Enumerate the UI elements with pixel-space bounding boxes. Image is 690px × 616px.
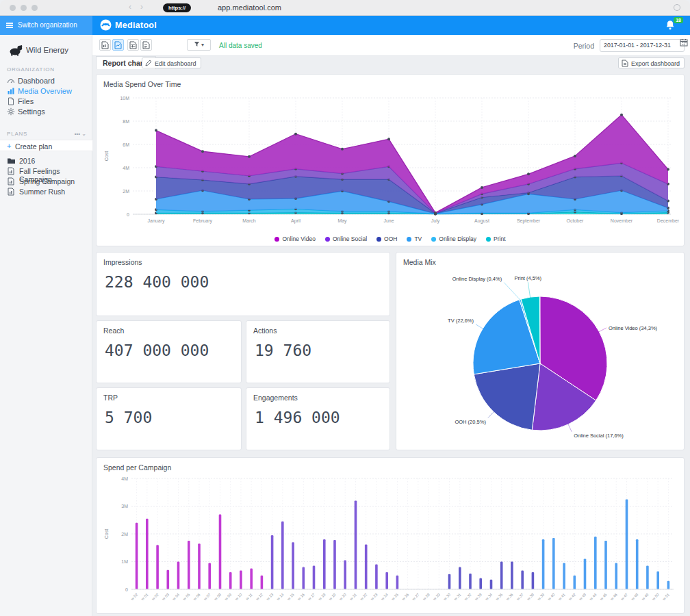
svg-text:w 23: w 23 [369, 592, 378, 601]
period-range-input[interactable]: 2017-01-01 - 2017-12-31 [600, 39, 685, 52]
legend-label: TV [414, 235, 422, 242]
kpi-card-impressions: Impressions 228 400 000 [96, 252, 390, 316]
legend-label: Print [494, 235, 505, 242]
calendar-icon[interactable] [680, 37, 688, 49]
legend-dot-icon [274, 237, 279, 242]
sidebar-item-settings[interactable]: Settings [0, 107, 92, 117]
plan-item-2016[interactable]: 2016 [0, 156, 92, 166]
legend-item[interactable]: Online Video [274, 235, 316, 242]
switch-organization-label: Switch organization [18, 21, 77, 29]
report-doc-bars-icon[interactable] [99, 39, 111, 51]
settings-icon [7, 107, 15, 117]
brand-title: Mediatool [115, 16, 157, 35]
svg-text:w 04: w 04 [171, 592, 180, 601]
plan-file-icon [7, 188, 15, 197]
caret-down-icon: ▾ [201, 42, 204, 48]
svg-text:OOH (20,5%): OOH (20,5%) [455, 419, 486, 425]
edit-dashboard-button[interactable]: Edit dashboard [142, 57, 201, 68]
svg-text:10M: 10M [120, 96, 129, 101]
legend-item[interactable]: TV [407, 235, 422, 242]
legend-item[interactable]: Online Social [325, 235, 367, 242]
report-doc-table-icon[interactable] [127, 39, 139, 51]
svg-text:w 16: w 16 [296, 592, 305, 601]
kpi-value: 5 700 [105, 409, 152, 426]
svg-text:w 06: w 06 [192, 592, 201, 601]
svg-text:September: September [517, 218, 541, 224]
window-close-icon[interactable] [10, 5, 16, 11]
svg-text:May: May [337, 218, 347, 224]
plans-menu-button[interactable]: ••• ⌄ [75, 131, 86, 137]
filter-button[interactable]: ▾ [187, 39, 211, 51]
svg-text:w 45: w 45 [599, 592, 608, 601]
svg-text:w 21: w 21 [348, 592, 357, 601]
svg-text:w 02: w 02 [151, 592, 159, 601]
svg-text:4M: 4M [121, 476, 128, 481]
forward-icon[interactable]: › [140, 2, 143, 12]
report-doc-chart-icon[interactable] [112, 39, 124, 51]
svg-text:w 17: w 17 [307, 592, 316, 601]
plan-item-summer-rush[interactable]: Summer Rush [0, 187, 92, 197]
svg-text:w 12: w 12 [255, 592, 264, 601]
legend-label: OOH [384, 235, 397, 242]
svg-text:April: April [291, 218, 301, 224]
svg-text:w 22: w 22 [359, 592, 368, 601]
legend-item[interactable]: Print [486, 235, 505, 242]
kpi-value: 19 760 [255, 342, 311, 359]
switch-organization-button[interactable]: Switch organization [0, 16, 92, 35]
report-tab-row: Report charts Edit dashboard Export dash… [92, 56, 690, 69]
svg-text:1M: 1M [121, 559, 128, 564]
kpi-value: 407 000 000 [105, 342, 209, 359]
chart-legend: Online VideoOnline SocialOOHTVOnline Dis… [97, 235, 684, 242]
window-zoom-icon[interactable] [31, 5, 38, 11]
notification-count-badge[interactable]: 18 [674, 17, 683, 23]
svg-text:8M: 8M [123, 119, 129, 124]
kpi-label: Engagements [253, 394, 298, 402]
back-icon[interactable]: ‹ [129, 2, 131, 12]
report-doc-list-icon[interactable] [140, 39, 152, 51]
plan-file-icon [7, 167, 15, 177]
sidebar-item-media-overview[interactable]: Media Overview [0, 86, 92, 97]
svg-text:w 41: w 41 [557, 592, 566, 601]
svg-text:w 15: w 15 [286, 592, 295, 601]
plan-item-label: Spring Campaign [19, 177, 75, 185]
svg-text:0: 0 [127, 212, 129, 217]
svg-text:Cost: Cost [104, 151, 109, 161]
https-badge: https:// [163, 3, 191, 12]
legend-label: Online Social [333, 235, 367, 242]
plan-item-fall-feelings-campaign[interactable]: Fall Feelings Campaign [0, 166, 92, 177]
plans-section-title: PLANS [7, 131, 27, 137]
organization-switcher[interactable]: Wild Energy [0, 43, 92, 58]
browser-action-icon[interactable] [674, 4, 680, 11]
folder-icon [7, 157, 16, 166]
svg-text:December: December [657, 218, 679, 223]
hamburger-icon [6, 23, 13, 28]
export-dashboard-label: Export dashboard [631, 60, 680, 67]
svg-text:October: October [567, 218, 585, 223]
svg-text:February: February [193, 218, 213, 224]
svg-text:w 39: w 39 [536, 592, 545, 601]
svg-text:w 07: w 07 [203, 592, 212, 601]
create-plan-button[interactable]: + Create plan [0, 140, 92, 151]
legend-item[interactable]: Online Display [431, 235, 476, 242]
legend-label: Online Video [282, 235, 316, 242]
mediatool-logo-icon[interactable] [100, 19, 112, 34]
svg-text:August: August [474, 218, 489, 224]
address-bar-url[interactable]: app.mediatool.com [218, 3, 281, 12]
sidebar-item-dashboard[interactable]: Dashboard [0, 76, 92, 86]
legend-dot-icon [376, 237, 381, 242]
report-toolbar: ▾ All data saved Period 2017-01-01 - 201… [92, 35, 690, 56]
export-dashboard-button[interactable]: Export dashboard [618, 57, 685, 68]
window-minimize-icon[interactable] [21, 5, 27, 11]
legend-item[interactable]: OOH [376, 235, 397, 242]
svg-text:w 46: w 46 [609, 592, 618, 601]
svg-text:Online Video (34,3%): Online Video (34,3%) [609, 325, 658, 331]
plan-item-label: 2016 [19, 157, 35, 165]
sidebar-item-files[interactable]: Files [0, 97, 92, 107]
media-spend-card: Media Spend Over Time 02M4M6M8M10MJanuar… [96, 74, 685, 246]
media-spend-area-chart[interactable]: 02M4M6M8M10MJanuaryFebruaryMarchAprilMay… [101, 91, 679, 232]
spend-per-campaign-bar-chart[interactable]: 01M2M3M4MCostw 52w 01w 02w 03w 04w 05w 0… [101, 473, 679, 611]
media-mix-pie-chart[interactable]: Online Video (34,3%)Online Social (17,6%… [396, 269, 684, 447]
svg-text:w 03: w 03 [161, 592, 170, 601]
svg-text:w 35: w 35 [494, 592, 503, 601]
plan-item-spring-campaign[interactable]: Spring Campaign [0, 177, 92, 187]
